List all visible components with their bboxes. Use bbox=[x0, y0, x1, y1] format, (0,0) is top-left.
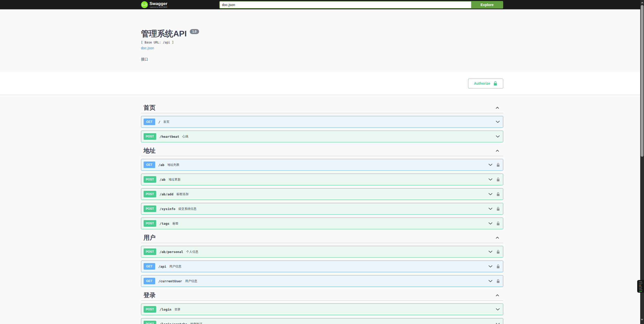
operations-list: 首页 GET / 首页 POST /heartbeat 心跳 地址 GET bbox=[141, 95, 503, 324]
unlocked-icon[interactable] bbox=[496, 264, 500, 269]
swagger-logo-icon: {…} bbox=[141, 1, 148, 8]
base-url: [ Base URL: /api ] bbox=[141, 41, 503, 44]
chevron-down-icon[interactable] bbox=[488, 265, 493, 268]
unlocked-icon[interactable] bbox=[496, 279, 500, 283]
method-badge: GET bbox=[144, 161, 155, 168]
operation-path: /heartbeat bbox=[159, 135, 179, 138]
operation-summary: 登录 bbox=[174, 307, 180, 312]
operation-path: /currentUser bbox=[158, 279, 182, 283]
method-badge: POST bbox=[144, 133, 156, 140]
api-description: 接口 bbox=[141, 57, 503, 62]
chevron-down-icon[interactable] bbox=[488, 178, 493, 181]
authorize-label: Authorize bbox=[474, 81, 490, 86]
page-title: 管理系统API 1.0 bbox=[141, 30, 503, 38]
logo-title: Swagger bbox=[150, 2, 168, 6]
operation-path: /tags bbox=[159, 222, 169, 225]
chevron-down-icon[interactable] bbox=[496, 135, 500, 138]
operation-path: / bbox=[158, 120, 160, 124]
operation-summary: 提交系统信息 bbox=[178, 207, 197, 211]
operation-summary: 地址更新 bbox=[169, 177, 181, 182]
unlocked-icon[interactable] bbox=[496, 221, 500, 226]
tag-title: 地址 bbox=[144, 148, 156, 154]
operation-summary: 首页 bbox=[163, 120, 169, 124]
scroll-down-arrow-icon[interactable] bbox=[641, 319, 643, 320]
chevron-down-icon[interactable] bbox=[488, 207, 493, 210]
chevron-down-icon[interactable] bbox=[496, 308, 500, 311]
spec-url-form: Explore bbox=[219, 1, 503, 9]
method-badge: POST bbox=[144, 248, 156, 255]
method-badge: POST bbox=[144, 191, 156, 197]
method-badge: POST bbox=[144, 176, 156, 183]
scheme-container: Authorize bbox=[0, 72, 644, 95]
method-badge: POST bbox=[144, 306, 156, 313]
operation-path: /api bbox=[158, 265, 166, 268]
operation-row[interactable]: POST /tags 标签 bbox=[141, 218, 503, 229]
method-badge: POST bbox=[144, 220, 156, 227]
tag-title: 首页 bbox=[144, 105, 156, 111]
operation-summary: 地址列表 bbox=[167, 163, 179, 167]
operation-path: /ab/add bbox=[159, 192, 173, 196]
method-badge: POST bbox=[144, 321, 156, 324]
chevron-down-icon[interactable] bbox=[488, 222, 493, 225]
explore-button[interactable]: Explore bbox=[471, 1, 503, 9]
method-badge: POST bbox=[144, 205, 156, 212]
operation-summary: 个人信息 bbox=[186, 250, 198, 254]
tag-section-user[interactable]: 用户 bbox=[141, 232, 503, 243]
operation-path: /ab bbox=[159, 178, 165, 181]
operation-summary: 心跳 bbox=[182, 134, 188, 139]
chevron-down-icon[interactable] bbox=[488, 280, 493, 282]
operation-path: /sysinfo bbox=[159, 207, 175, 211]
tag-section-address[interactable]: 地址 bbox=[141, 145, 503, 156]
version-badge: 1.0 bbox=[190, 29, 199, 34]
operation-row[interactable]: GET /currentUser 用户信息 bbox=[141, 275, 503, 287]
method-badge: GET bbox=[144, 263, 155, 270]
authorize-button[interactable]: Authorize bbox=[468, 79, 503, 88]
method-badge: GET bbox=[144, 278, 155, 284]
chevron-down-icon[interactable] bbox=[496, 121, 500, 123]
unlocked-icon bbox=[493, 81, 497, 86]
scrollbar-track[interactable] bbox=[640, 0, 644, 324]
operation-row[interactable]: GET /ab 地址列表 bbox=[141, 159, 503, 171]
operation-path: /login bbox=[159, 308, 171, 311]
chevron-up-icon[interactable] bbox=[496, 237, 501, 239]
info-section: 管理系统API 1.0 [ Base URL: /api ] doc.json … bbox=[0, 9, 644, 72]
tag-section-home[interactable]: 首页 bbox=[141, 102, 503, 113]
operation-row[interactable]: POST /login 登录 bbox=[141, 304, 503, 315]
chevron-down-icon[interactable] bbox=[488, 250, 493, 253]
operation-summary: 标签 bbox=[172, 221, 178, 226]
operation-summary: 标签添加 bbox=[176, 192, 189, 196]
unlocked-icon[interactable] bbox=[496, 207, 500, 211]
chevron-up-icon[interactable] bbox=[496, 150, 501, 152]
operation-summary: 用户信息 bbox=[169, 264, 181, 269]
api-title-text: 管理系统API bbox=[141, 30, 187, 38]
chevron-up-icon[interactable] bbox=[496, 294, 501, 296]
tag-section-login[interactable]: 登录 bbox=[141, 290, 503, 301]
tag-title: 用户 bbox=[144, 235, 156, 241]
unlocked-icon[interactable] bbox=[496, 163, 500, 167]
operation-row[interactable]: GET / 首页 bbox=[141, 116, 503, 128]
scroll-up-arrow-icon[interactable] bbox=[641, 2, 643, 3]
unlocked-icon[interactable] bbox=[496, 192, 500, 196]
spec-url-input[interactable] bbox=[219, 1, 471, 9]
topbar: {…} Swagger supported by SMARTBEAR Explo… bbox=[0, 0, 644, 9]
operation-summary: 登录验证 bbox=[190, 322, 202, 324]
operation-row[interactable]: POST /ab 地址更新 bbox=[141, 174, 503, 185]
operation-row[interactable]: POST /ab/add 标签添加 bbox=[141, 188, 503, 200]
spec-link[interactable]: doc.json bbox=[141, 46, 154, 50]
operation-path: /ab/personal bbox=[159, 250, 183, 254]
unlocked-icon[interactable] bbox=[496, 177, 500, 182]
operation-row[interactable]: POST /heartbeat 心跳 bbox=[141, 131, 503, 142]
swagger-logo[interactable]: {…} Swagger supported by SMARTBEAR bbox=[141, 1, 168, 8]
operation-row[interactable]: POST /ab/personal 个人信息 bbox=[141, 246, 503, 258]
operation-row[interactable]: GET /api 用户信息 bbox=[141, 261, 503, 272]
chevron-down-icon[interactable] bbox=[496, 323, 500, 324]
operation-row[interactable]: POST /login/captcha 登录验证 bbox=[141, 318, 503, 324]
operation-row[interactable]: POST /sysinfo 提交系统信息 bbox=[141, 203, 503, 215]
chevron-down-icon[interactable] bbox=[488, 164, 493, 166]
chevron-down-icon[interactable] bbox=[488, 193, 493, 195]
tag-title: 登录 bbox=[144, 292, 156, 298]
scrollbar-thumb[interactable] bbox=[641, 5, 643, 157]
chevron-up-icon[interactable] bbox=[496, 107, 501, 109]
scrollbar-minimap bbox=[637, 280, 644, 293]
unlocked-icon[interactable] bbox=[496, 250, 500, 254]
